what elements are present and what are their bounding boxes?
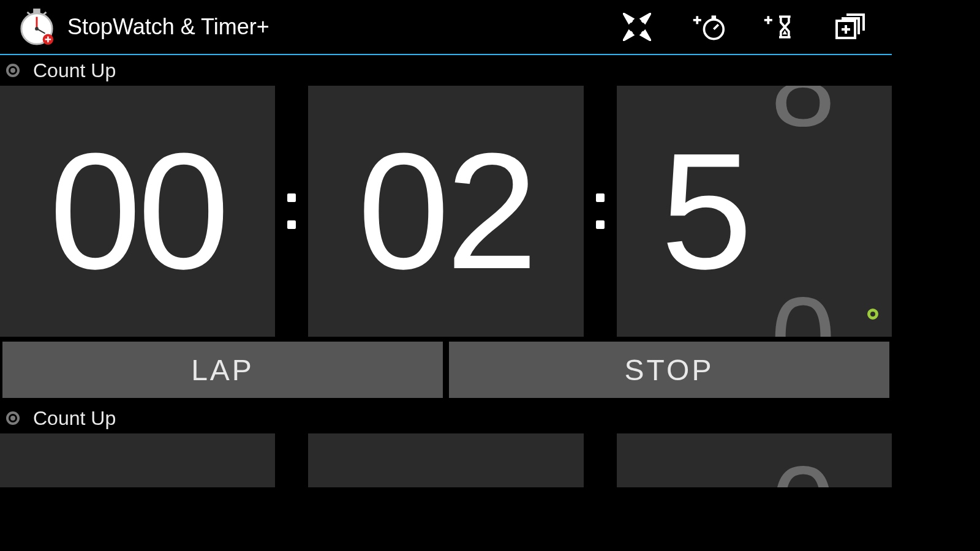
svg-marker-27	[783, 31, 787, 35]
seconds-glyph: 0	[771, 440, 835, 487]
collapse-icon[interactable]	[620, 10, 654, 44]
timer-1-radio-icon[interactable]	[6, 64, 20, 77]
add-stopwatch-icon[interactable]	[691, 10, 725, 44]
minutes-panel[interactable]	[308, 433, 583, 487]
lap-button[interactable]: LAP	[2, 342, 443, 398]
minutes-value: 02	[358, 129, 534, 294]
app-title: StopWatch & Timer+	[67, 14, 620, 40]
colon-icon	[595, 433, 606, 487]
timer-1-label: Count Up	[33, 59, 116, 82]
timer-2-header[interactable]: Count Up	[0, 403, 892, 433]
svg-point-20	[704, 20, 723, 39]
seconds-prev-glyph: 8	[771, 86, 835, 152]
timer-2-display: 0	[0, 433, 892, 487]
seconds-next-glyph: 0	[771, 271, 835, 337]
colon-icon	[595, 86, 606, 337]
topbar-actions	[620, 10, 867, 44]
app-topbar: StopWatch & Timer+	[0, 0, 892, 55]
svg-line-22	[714, 24, 718, 29]
seconds-panel[interactable]: 8 5 0	[617, 86, 892, 337]
app-icon	[18, 9, 55, 45]
hours-panel[interactable]: 00	[0, 86, 275, 337]
timer-2-radio-icon[interactable]	[6, 411, 20, 425]
hours-panel[interactable]	[0, 433, 275, 487]
seconds-panel[interactable]: 0	[617, 433, 892, 487]
seconds-value: 5	[661, 116, 749, 306]
add-panel-icon[interactable]	[833, 10, 867, 44]
hours-value: 00	[50, 129, 226, 294]
stop-button[interactable]: STOP	[449, 342, 889, 398]
minutes-panel[interactable]: 02	[308, 86, 583, 337]
timer-1-header[interactable]: Count Up	[0, 55, 892, 86]
colon-icon	[286, 433, 297, 487]
running-indicator-icon	[867, 309, 878, 320]
svg-rect-21	[712, 15, 716, 19]
add-timer-icon[interactable]	[762, 10, 796, 44]
colon-icon	[286, 86, 297, 337]
timer-1-display: 00 02 8 5 0	[0, 86, 892, 337]
timer-2-label: Count Up	[33, 407, 116, 430]
timer-1-controls: LAP STOP	[0, 337, 892, 403]
svg-point-6	[35, 27, 39, 31]
